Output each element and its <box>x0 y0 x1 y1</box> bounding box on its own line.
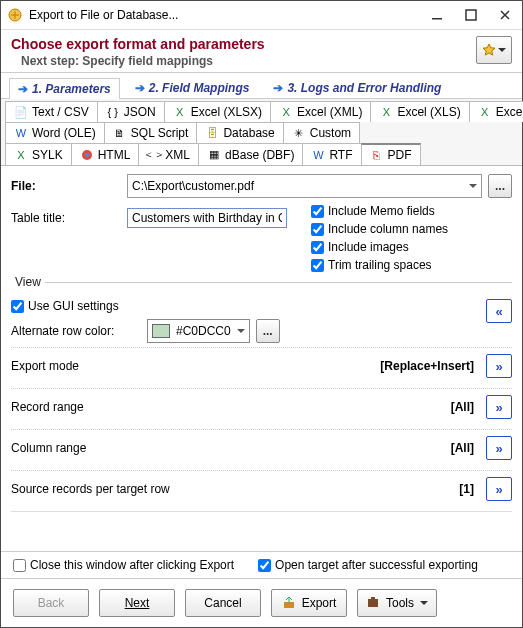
bottom-options: Close this window after clicking Export … <box>1 551 522 579</box>
xml-icon: ＜＞ <box>147 148 161 162</box>
header: Choose export format and parameters Next… <box>1 30 522 72</box>
json-icon: { } <box>106 105 120 119</box>
format-pdf[interactable]: ⎘PDF <box>361 143 421 165</box>
arrow-icon: ➔ <box>273 81 283 95</box>
source-records-label: Source records per target row <box>11 482 453 496</box>
excel-icon: X <box>173 105 187 119</box>
button-bar: Back Next Cancel Export Tools <box>1 579 522 627</box>
favorites-button[interactable] <box>476 36 512 64</box>
custom-icon: ✳ <box>292 126 306 140</box>
format-dbase[interactable]: ▦dBase (DBF) <box>198 143 303 165</box>
export-button[interactable]: Export <box>271 589 347 617</box>
format-text-csv[interactable]: 📄Text / CSV <box>5 101 98 122</box>
chevron-down-icon <box>498 48 506 56</box>
view-group-label: View <box>11 275 45 289</box>
format-json[interactable]: { }JSON <box>97 101 165 122</box>
source-records-value: [1] <box>459 482 474 496</box>
source-records-expand-button[interactable]: » <box>486 477 512 501</box>
export-mode-value: [Replace+Insert] <box>380 359 474 373</box>
open-target-checkbox[interactable]: Open target after successful exporting <box>258 558 478 572</box>
alt-row-color-more-button[interactable]: ... <box>256 319 280 343</box>
next-button[interactable]: Next <box>99 589 175 617</box>
tab-field-mappings[interactable]: ➔2. Field Mappings <box>126 77 259 98</box>
format-html[interactable]: HTML <box>71 143 140 165</box>
format-xls[interactable]: XExcel (XLS) <box>370 101 469 122</box>
close-after-export-checkbox[interactable]: Close this window after clicking Export <box>13 558 234 572</box>
file-label: File: <box>11 179 121 193</box>
column-range-expand-button[interactable]: » <box>486 436 512 460</box>
format-sylk[interactable]: XSYLK <box>5 143 72 165</box>
header-subtitle: Next step: Specify field mappings <box>21 54 476 68</box>
excel-icon: X <box>14 148 28 162</box>
format-excel-ole[interactable]: XExcel (OLE) <box>469 101 523 122</box>
sql-icon: 🗎 <box>113 126 127 140</box>
column-range-row: Column range [All] » <box>11 429 512 466</box>
record-range-label: Record range <box>11 400 445 414</box>
tools-button[interactable]: Tools <box>357 589 437 617</box>
wizard-tabs: ➔1. Parameters ➔2. Field Mappings ➔3. Lo… <box>1 73 522 99</box>
header-title: Choose export format and parameters <box>11 36 476 52</box>
format-rtf[interactable]: WRTF <box>302 143 361 165</box>
format-database[interactable]: 🗄Database <box>196 122 283 143</box>
excel-icon: X <box>279 105 293 119</box>
alt-row-color-label: Alternate row color: <box>11 324 141 338</box>
color-swatch <box>152 324 170 338</box>
svg-rect-1 <box>432 18 442 20</box>
titlebar: Export to File or Database... <box>1 1 522 30</box>
word-icon: W <box>14 126 28 140</box>
export-dialog: Export to File or Database... Choose exp… <box>0 0 523 628</box>
database-icon: 🗄 <box>205 126 219 140</box>
minimize-button[interactable] <box>420 1 454 29</box>
html-icon <box>80 148 94 162</box>
arrow-icon: ➔ <box>135 81 145 95</box>
tab-parameters[interactable]: ➔1. Parameters <box>9 78 120 99</box>
app-icon <box>7 7 23 23</box>
format-xml[interactable]: ＜＞XML <box>138 143 199 165</box>
format-custom[interactable]: ✳Custom <box>283 122 360 143</box>
excel-icon: X <box>379 105 393 119</box>
cancel-button[interactable]: Cancel <box>185 589 261 617</box>
export-icon <box>282 596 296 610</box>
table-title-label: Table title: <box>11 211 121 225</box>
format-xlsx[interactable]: XExcel (XLSX) <box>164 101 271 122</box>
chevron-down-icon <box>420 601 428 609</box>
alt-row-color-picker[interactable]: #C0DCC0 <box>147 319 250 343</box>
record-range-row: Record range [All] » <box>11 388 512 425</box>
record-range-expand-button[interactable]: » <box>486 395 512 419</box>
include-memo-checkbox[interactable]: Include Memo fields <box>311 204 448 218</box>
browse-file-button[interactable]: ... <box>488 174 512 198</box>
file-path-combo[interactable]: C:\Export\customer.pdf <box>127 174 482 198</box>
include-columns-checkbox[interactable]: Include column names <box>311 222 448 236</box>
svg-point-4 <box>85 153 89 157</box>
column-range-value: [All] <box>451 441 474 455</box>
source-records-row: Source records per target row [1] » <box>11 470 512 507</box>
arrow-icon: ➔ <box>18 82 28 96</box>
parameters-panel: File: C:\Export\customer.pdf ... Table t… <box>1 166 522 551</box>
export-mode-expand-button[interactable]: » <box>486 354 512 378</box>
view-collapse-button[interactable]: « <box>486 299 512 323</box>
svg-rect-2 <box>466 10 476 20</box>
format-sql-script[interactable]: 🗎SQL Script <box>104 122 198 143</box>
text-icon: 📄 <box>14 105 28 119</box>
use-gui-settings-checkbox[interactable]: Use GUI settings <box>11 299 476 313</box>
tools-icon <box>366 596 380 610</box>
format-excel-xml[interactable]: XExcel (XML) <box>270 101 371 122</box>
excel-icon: X <box>478 105 492 119</box>
record-range-value: [All] <box>451 400 474 414</box>
svg-rect-7 <box>371 597 375 600</box>
rtf-icon: W <box>311 148 325 162</box>
view-group: View Use GUI settings Alternate row colo… <box>11 282 512 343</box>
star-icon <box>482 43 496 57</box>
format-word-ole[interactable]: WWord (OLE) <box>5 122 105 143</box>
close-button[interactable] <box>488 1 522 29</box>
tab-logs[interactable]: ➔3. Logs and Error Handling <box>264 77 450 98</box>
maximize-button[interactable] <box>454 1 488 29</box>
export-mode-row: Export mode [Replace+Insert] » <box>11 347 512 384</box>
table-title-input[interactable] <box>127 208 287 228</box>
trim-spaces-checkbox[interactable]: Trim trailing spaces <box>311 258 448 272</box>
back-button[interactable]: Back <box>13 589 89 617</box>
dbf-icon: ▦ <box>207 148 221 162</box>
export-mode-label: Export mode <box>11 359 374 373</box>
column-range-label: Column range <box>11 441 445 455</box>
include-images-checkbox[interactable]: Include images <box>311 240 448 254</box>
